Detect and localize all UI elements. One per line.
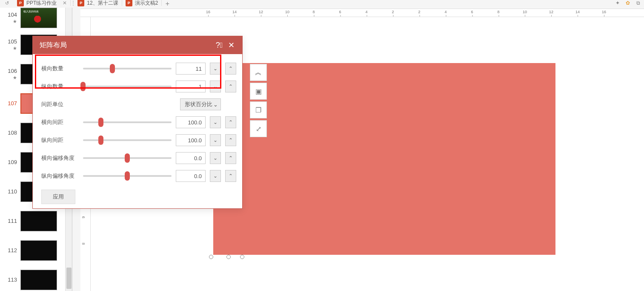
slide-preview xyxy=(20,270,57,290)
animation-star-icon: ★ xyxy=(13,75,17,81)
document-tab-bar: ↺ P PPT练习作业 ✕ ⋮ P 12、第十二课 P 演示文稿2 + ✦ ✿ … xyxy=(0,0,644,8)
ruler-tick: 14 xyxy=(575,10,580,14)
ruler-tick: 8 xyxy=(497,10,499,14)
gear-icon[interactable]: ✿ xyxy=(624,0,632,6)
spin-up-h-gap[interactable]: ⌃ xyxy=(225,116,236,128)
slide-number: 111 xyxy=(3,218,17,224)
label-h-count: 横向数量 xyxy=(41,65,79,72)
spin-down-v-count[interactable]: ⌄ xyxy=(210,81,221,92)
slide-preview: 植入您的特效 xyxy=(20,8,57,28)
slide-thumbnail[interactable]: 111 xyxy=(0,206,72,236)
ruler-tick: 2 xyxy=(392,10,394,14)
ruler-tick: 6 xyxy=(471,10,473,14)
resize-handle-sw[interactable] xyxy=(209,255,213,259)
spin-up-h-count[interactable]: ⌃ xyxy=(225,63,236,75)
chevron-down-icon: ⌄ xyxy=(213,101,218,108)
spin-down-v-offset[interactable]: ⌄ xyxy=(210,170,221,182)
close-icon[interactable]: ✕ xyxy=(63,0,67,6)
slide-number: 107 xyxy=(3,100,17,107)
help-icon[interactable]: ?⃝ xyxy=(213,39,225,51)
label-v-gap: 纵向间距 xyxy=(41,136,79,144)
dialog-body: 横向数量 ⌄ ⌃ 纵向数量 ⌄ ⌃ 间距单位 形状百分比 ⌄ 横向间距 xyxy=(33,54,242,208)
slider-h-gap[interactable] xyxy=(83,121,172,123)
input-v-gap[interactable] xyxy=(176,134,206,146)
tab-lesson-12[interactable]: P 12、第十二课 xyxy=(74,0,122,6)
spin-down-h-offset[interactable]: ⌄ xyxy=(210,152,221,164)
input-v-offset[interactable] xyxy=(176,170,206,182)
new-tab-button[interactable]: + xyxy=(162,0,173,8)
resize-handle-s2[interactable] xyxy=(240,255,244,259)
slider-v-count[interactable] xyxy=(83,86,172,87)
dropdown-unit-value: 形状百分比 xyxy=(185,101,212,108)
slide-number: 112 xyxy=(3,247,17,254)
tab-label: PPT练习作业 xyxy=(26,0,57,7)
row-h-offset: 横向偏移角度 ⌄ ⌃ xyxy=(41,151,236,165)
spin-up-v-gap[interactable]: ⌃ xyxy=(225,134,236,146)
horizontal-ruler: 161412108642246810121416 xyxy=(80,9,644,17)
magic-icon[interactable]: ✦ xyxy=(613,0,622,6)
ruler-tick: 16 xyxy=(206,10,210,14)
slide-number: 108 xyxy=(3,130,17,136)
slider-v-offset[interactable] xyxy=(83,175,172,177)
slide-number: 106★ xyxy=(3,68,17,81)
resize-handle-s1[interactable] xyxy=(226,255,231,259)
slide-thumbnail[interactable]: 113 xyxy=(0,265,72,291)
dialog-titlebar[interactable]: 矩阵布局 ?⃝ ✕ xyxy=(33,36,242,54)
ruler-tick: 4 xyxy=(444,10,447,14)
animation-star-icon: ★ xyxy=(13,19,17,24)
row-h-count: 横向数量 ⌄ ⌃ xyxy=(41,62,236,75)
row-unit: 间距单位 形状百分比 ⌄ xyxy=(41,98,236,111)
slide-preview xyxy=(20,240,57,261)
spin-down-v-gap[interactable]: ⌄ xyxy=(210,134,221,146)
spin-up-v-count[interactable]: ⌃ xyxy=(225,81,236,92)
input-v-count[interactable] xyxy=(176,81,206,92)
scrollbar-thumb[interactable] xyxy=(66,268,72,289)
row-v-count: 纵向数量 ⌄ ⌃ xyxy=(41,80,236,93)
ruler-tick: 4 xyxy=(365,10,367,14)
slide-thumbnail[interactable]: 112 xyxy=(0,236,72,265)
mini-collapse-up-icon[interactable]: ︽ xyxy=(250,64,267,81)
spin-up-v-offset[interactable]: ⌃ xyxy=(225,170,236,182)
spin-down-h-gap[interactable]: ⌄ xyxy=(210,116,221,128)
tab-presentation-2[interactable]: P 演示文稿2 xyxy=(122,0,162,6)
ruler-tick: 10 xyxy=(523,10,527,14)
close-icon[interactable]: ✕ xyxy=(225,39,237,51)
slide-preview xyxy=(20,211,57,231)
ruler-tick: 12 xyxy=(549,10,553,14)
dropdown-unit[interactable]: 形状百分比 ⌄ xyxy=(180,98,221,110)
input-h-gap[interactable] xyxy=(176,116,206,128)
slide-number: 113 xyxy=(3,277,17,283)
slider-h-offset[interactable] xyxy=(83,157,172,159)
slider-h-count[interactable] xyxy=(83,68,172,69)
tab-ppt-exercise[interactable]: P PPT练习作业 ✕ xyxy=(14,0,71,6)
shape-mini-toolbar: ︽ ▣ ❐ ⤢ xyxy=(250,64,267,137)
input-h-offset[interactable] xyxy=(176,152,206,164)
tab-history-icon[interactable]: ↺ xyxy=(0,0,14,6)
slide-thumbnail[interactable]: 104★植入您的特效 xyxy=(0,8,72,30)
spin-up-h-offset[interactable]: ⌃ xyxy=(225,152,236,164)
slide-number: 104★ xyxy=(3,12,17,24)
mini-duplicate-icon[interactable]: ❐ xyxy=(250,101,267,118)
powerpoint-icon: P xyxy=(126,0,132,6)
spin-down-h-count[interactable]: ⌄ xyxy=(210,63,221,75)
row-v-offset: 纵向偏移角度 ⌄ ⌃ xyxy=(41,169,236,183)
tab-label: 演示文稿2 xyxy=(135,0,158,7)
ruler-tick: 6 xyxy=(81,216,86,218)
ruler-tick: 6 xyxy=(339,10,341,14)
slider-v-gap[interactable] xyxy=(83,139,172,141)
window-split-icon[interactable]: ⧉ xyxy=(634,0,642,6)
powerpoint-icon: P xyxy=(77,0,84,6)
mini-align-center-icon[interactable]: ▣ xyxy=(250,83,267,100)
ruler-tick: 10 xyxy=(285,10,289,14)
row-v-gap: 纵向间距 ⌄ ⌃ xyxy=(41,133,236,147)
animation-star-icon: ★ xyxy=(13,46,17,51)
ruler-tick: 8 xyxy=(81,242,86,245)
ruler-tick: 16 xyxy=(602,10,606,14)
row-h-gap: 横向间距 ⌄ ⌃ xyxy=(41,115,236,129)
apply-button[interactable]: 应用 xyxy=(41,190,75,204)
mini-expand-arrow-icon[interactable]: ⤢ xyxy=(250,120,267,137)
label-v-offset: 纵向偏移角度 xyxy=(41,172,79,180)
powerpoint-icon: P xyxy=(17,0,24,6)
input-h-count[interactable] xyxy=(176,63,206,75)
apply-button-label: 应用 xyxy=(53,193,64,201)
